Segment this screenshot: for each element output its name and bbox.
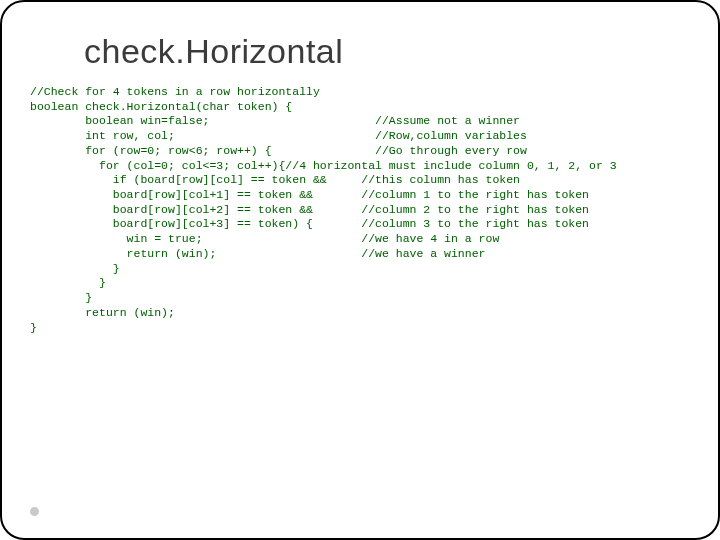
corner-dot-icon (30, 507, 39, 516)
slide-frame: check.Horizontal //Check for 4 tokens in… (0, 0, 720, 540)
slide-title: check.Horizontal (84, 32, 694, 71)
code-block: //Check for 4 tokens in a row horizontal… (30, 85, 694, 335)
